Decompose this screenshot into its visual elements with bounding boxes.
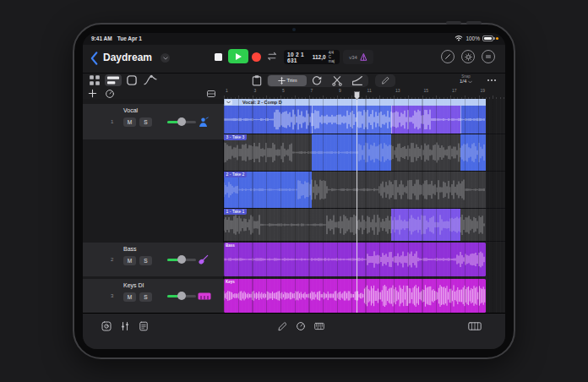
tracks-view-icon[interactable]	[105, 74, 122, 86]
ruler-bar-number: 11	[368, 88, 372, 93]
status-time: 9:41 AM	[91, 35, 112, 41]
ruler-bar-number: 13	[395, 88, 400, 93]
track-height-icon[interactable]	[206, 89, 216, 99]
volume-slider-knob[interactable]	[177, 117, 186, 126]
singer-icon	[198, 117, 209, 128]
mute-button[interactable]: M	[123, 292, 136, 302]
lcd-display[interactable]: 10 2 1 631 112,0 4/4 C maj	[284, 50, 340, 64]
counter-badge: v34	[349, 55, 357, 60]
track-header-vocal[interactable]: 1VocalMS	[83, 104, 224, 139]
control-bar: Daydream 10 2 1 631 112,0 4/4 C maj v34	[83, 45, 505, 74]
ruler-bar-number: 9	[339, 88, 341, 93]
take-lane-1[interactable]: 3 - Take 3	[224, 134, 505, 172]
comp-region-header-strip[interactable]: Vocal: 2 - Comp D	[224, 99, 505, 106]
more-icon[interactable]	[487, 79, 497, 82]
track-number: 2	[111, 257, 113, 262]
take-region	[224, 134, 486, 171]
volume-slider-knob[interactable]	[177, 255, 186, 264]
take-label: 3 - Take 3	[224, 134, 247, 140]
track-header-bass[interactable]: 2BassMS	[83, 243, 224, 276]
loops-view-icon[interactable]	[123, 74, 140, 86]
comp-strip-bg: Vocal: 2 - Comp D	[224, 99, 486, 106]
pencil-tool-button[interactable]	[375, 74, 395, 87]
ruler-bar-number: 3	[254, 88, 257, 93]
track-number: 1	[111, 119, 113, 124]
solo-button[interactable]: S	[139, 256, 152, 265]
bass-region-lane[interactable]: Bass	[224, 243, 505, 276]
crosshair-icon	[278, 77, 286, 85]
split-tool-button[interactable]	[327, 75, 347, 86]
trim-tool-label: Trim	[287, 78, 297, 83]
play-button[interactable]	[228, 49, 248, 63]
playhead-line[interactable]	[357, 94, 357, 313]
comp-region[interactable]	[224, 106, 505, 134]
waveform	[224, 106, 486, 134]
grid-view-icon[interactable]	[86, 74, 103, 86]
secondary-toolbar: Trim Snap 1/4	[83, 74, 505, 87]
take-lane-3[interactable]: 1 - Take 1	[224, 209, 505, 242]
cycle-button[interactable]	[265, 52, 279, 61]
lcd-tempo: 112,0	[313, 54, 326, 60]
ruler-bar-number: 7	[311, 88, 313, 93]
ipad-device-frame: 9:41 AM Tue Apr 1 100% Daydream	[73, 23, 515, 359]
battery-icon	[482, 35, 493, 41]
snap-control[interactable]: Snap 1/4	[460, 74, 472, 85]
record-button[interactable]	[251, 52, 261, 62]
track-name: Vocal	[123, 107, 138, 113]
volume-slider-knob[interactable]	[177, 292, 186, 300]
status-bar: 9:41 AM Tue Apr 1 100%	[83, 33, 505, 45]
paste-icon[interactable]	[248, 74, 265, 86]
trim-tool-button[interactable]: Trim	[268, 75, 307, 86]
waveform	[224, 134, 486, 171]
loop-tool-button[interactable]	[307, 75, 327, 86]
track-header-keys-di[interactable]: 3Keys DIMS	[83, 279, 224, 313]
bottom-bar	[83, 313, 505, 349]
solo-button[interactable]: S	[139, 292, 152, 302]
background: 9:41 AM Tue Apr 1 100% Daydream	[0, 0, 588, 382]
knob-circle-icon[interactable]	[441, 50, 455, 63]
mute-button[interactable]: M	[123, 117, 136, 127]
ruler-bar-number: 19	[481, 88, 486, 93]
track-headers: 1VocalMS2BassMS3Keys DIMS	[83, 99, 224, 314]
comp-disclosure-button[interactable]	[225, 100, 232, 105]
waveform	[224, 243, 486, 276]
mic-in-use-indicator	[496, 37, 498, 40]
front-camera	[292, 28, 296, 31]
tracks-timeline[interactable]: Vocal: 2 - Comp D3 - Take 32 - Take 21 -…	[224, 99, 505, 313]
track-options-icon[interactable]	[105, 89, 115, 99]
pencil-icon[interactable]	[277, 321, 287, 331]
knob-icon[interactable]	[296, 321, 306, 331]
more-circle-icon[interactable]	[482, 50, 495, 63]
ruler-bar-number: 5	[282, 88, 285, 93]
keys-region-lane[interactable]: Keys	[224, 279, 505, 313]
take-lane-2[interactable]: 2 - Take 2	[224, 172, 505, 209]
automation-icon[interactable]	[142, 74, 159, 86]
stop-button[interactable]	[211, 51, 225, 63]
piano-icon[interactable]	[314, 321, 324, 331]
take-label: 1 - Take 1	[224, 209, 247, 215]
lcd-key: C maj	[329, 55, 336, 63]
bass-region[interactable]: Bass	[224, 243, 486, 276]
track-name: Bass	[123, 246, 137, 252]
metronome-group[interactable]: v34	[343, 50, 373, 64]
keys-region[interactable]: Keys	[224, 279, 486, 313]
project-title[interactable]: Daydream	[103, 52, 152, 63]
snap-value: 1/4	[460, 79, 466, 85]
fade-tool-button[interactable]	[347, 75, 368, 86]
waveform	[224, 172, 486, 208]
play-icon	[236, 53, 242, 60]
mixer-icon[interactable]	[120, 321, 130, 331]
project-menu-chevron-icon[interactable]	[161, 53, 170, 63]
play-surface-keyboard-icon[interactable]	[468, 321, 482, 331]
inspector-icon[interactable]	[101, 321, 112, 331]
solo-button[interactable]: S	[139, 117, 152, 127]
metronome-icon[interactable]	[360, 53, 368, 61]
settings-gear-icon[interactable]	[461, 50, 475, 63]
mute-button[interactable]: M	[123, 256, 136, 265]
add-track-button[interactable]	[88, 89, 97, 98]
track-number: 3	[111, 293, 113, 298]
comp-list-icon	[235, 100, 240, 105]
back-button[interactable]	[88, 51, 100, 66]
volume-button	[446, 21, 461, 25]
notes-list-icon[interactable]	[139, 321, 149, 331]
